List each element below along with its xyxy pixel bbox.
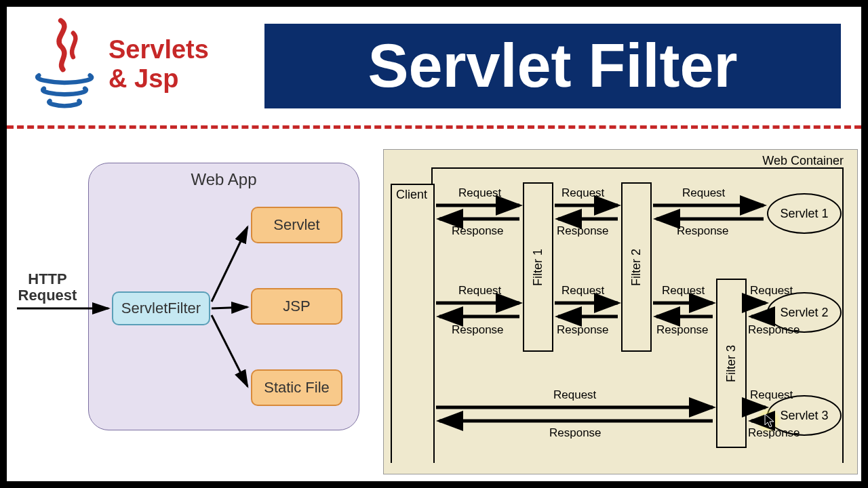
filter-2-label: Filter 2 [629,248,644,285]
filter-1-box: Filter 1 [523,182,553,352]
slide-frame: Servlets & Jsp Servlet Filter Web App HT… [7,7,861,481]
lbl-resp-1c: Response [677,224,729,238]
logo-text-line2: & Jsp [108,64,209,94]
lbl-req-1a: Request [458,186,501,200]
filter-2-box: Filter 2 [621,182,652,352]
lbl-req-3a: Request [553,388,596,402]
target-jsp: JSP [251,288,342,325]
lbl-req-1b: Request [561,186,604,200]
lbl-resp-2b: Response [557,323,609,337]
lbl-resp-2d: Response [748,323,800,337]
servlet-1: Servlet 1 [767,193,842,234]
client-label: Client [396,188,427,202]
lbl-resp-3a: Response [549,426,601,440]
header: Servlets & Jsp Servlet Filter [7,7,861,122]
left-diagram: Web App HTTP Request ServletFilter Servl… [14,163,373,454]
slide-title: Servlet Filter [264,24,841,108]
lbl-resp-1a: Response [452,224,504,238]
lbl-req-2a: Request [458,284,501,298]
java-logo-icon [27,17,102,112]
lbl-resp-1b: Response [557,224,609,238]
lbl-req-1c: Request [682,186,725,200]
client-box [391,184,435,463]
filter-3-box: Filter 3 [716,279,747,448]
lbl-req-3b: Request [750,388,793,402]
servletfilter-box: ServletFilter [112,291,210,325]
logo-text-line1: Servlets [108,35,209,64]
target-servlet: Servlet [251,207,342,243]
lbl-resp-2c: Response [656,323,709,337]
lbl-req-2c: Request [662,284,705,298]
lbl-req-2b: Request [561,284,604,298]
right-diagram: Web Container Client Filter 1 Filter 2 F… [383,149,858,474]
lbl-req-2d: Request [750,284,793,298]
lbl-resp-2a: Response [452,323,504,337]
web-container-title: Web Container [762,154,844,168]
diagrams-area: Web App HTTP Request ServletFilter Servl… [7,149,861,481]
filter-3-label: Filter 3 [724,344,738,382]
target-static: Static File [251,369,342,406]
cursor-icon [764,413,777,429]
filter-1-label: Filter 1 [531,248,545,285]
http-request-label: HTTP Request [14,271,81,304]
webapp-title: Web App [191,170,257,189]
header-divider [7,125,861,129]
logo: Servlets & Jsp [27,17,209,112]
